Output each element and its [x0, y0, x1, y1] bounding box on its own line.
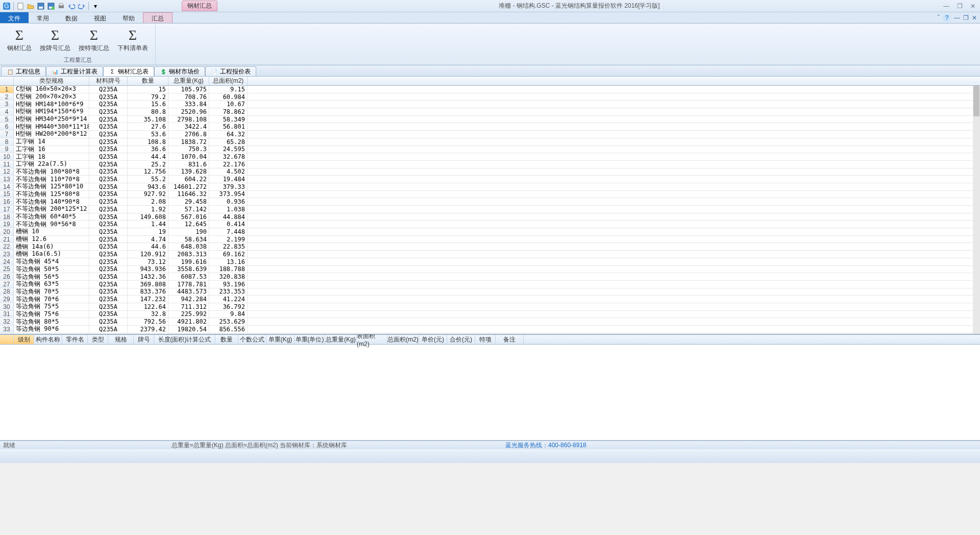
cell-area[interactable]: 56.801 [209, 123, 248, 130]
row-number[interactable]: 6 [0, 123, 14, 130]
cell-spec[interactable]: 等边角钢 56*5 [14, 273, 89, 280]
table-row[interactable]: 15不等边角钢 125*80*8Q235A927.9211646.32373.9… [0, 191, 980, 199]
cell-spec[interactable]: 槽钢 14a(6) [14, 243, 89, 250]
cell-weight[interactable]: 2083.313 [168, 251, 209, 258]
open-icon[interactable] [26, 2, 35, 11]
doctab-calc-table[interactable]: 📊工程量计算表 [46, 66, 103, 76]
table-row[interactable]: 20槽钢 10Q235A191907.448 [0, 228, 980, 236]
cell-spec[interactable]: 槽钢 12.6 [14, 236, 89, 243]
cell-spec[interactable]: H型钢 HM148*100*6*9 [14, 101, 89, 108]
cell-qty[interactable]: 73.12 [128, 258, 168, 265]
row-number[interactable]: 26 [0, 273, 14, 280]
cell-material[interactable]: Q235A [89, 161, 128, 168]
cell-spec[interactable]: H型钢 HM194*150*6*9 [14, 108, 89, 115]
print-icon[interactable] [57, 2, 66, 11]
cell-area[interactable]: 320.838 [209, 273, 248, 280]
cell-material[interactable]: Q235A [89, 281, 128, 288]
row-number[interactable]: 29 [0, 296, 14, 303]
col-weight[interactable]: 总重量(Kg) [168, 77, 209, 85]
table-row[interactable]: 22槽钢 14a(6)Q235A44.6648.03822.835 [0, 243, 980, 251]
cell-area[interactable]: 9.15 [209, 86, 248, 93]
tab-data[interactable]: 数据 [57, 12, 86, 23]
cell-area[interactable]: 233.353 [209, 288, 248, 296]
save-icon[interactable] [36, 2, 45, 11]
cell-spec[interactable]: C型钢 160×50×20×3 [14, 86, 89, 93]
cell-spec[interactable]: 不等边角钢 90*56*8 [14, 221, 89, 228]
cell-material[interactable]: Q235A [89, 243, 128, 250]
col-unit-wt-unit[interactable]: 单重(单位) [295, 335, 325, 344]
row-number[interactable]: 20 [0, 228, 14, 235]
cell-material[interactable]: Q235A [89, 108, 128, 115]
table-row[interactable]: 18不等边角钢 60*40*5Q235A149.608567.01644.884 [0, 213, 980, 221]
cell-material[interactable]: Q235A [89, 311, 128, 318]
cell-spec[interactable]: C型钢 200×70×20×3 [14, 93, 89, 101]
cell-spec[interactable]: 等边角钢 75*5 [14, 303, 89, 310]
cell-weight[interactable]: 57.142 [168, 206, 209, 213]
row-number[interactable]: 27 [0, 281, 14, 288]
cell-weight[interactable]: 199.616 [168, 258, 209, 265]
cell-material[interactable]: Q235A [89, 198, 128, 205]
cell-material[interactable]: Q235A [89, 191, 128, 198]
col-total-wt[interactable]: 总重量(Kg) [325, 335, 357, 344]
row-number[interactable]: 21 [0, 236, 14, 243]
cell-qty[interactable]: 44.4 [128, 153, 168, 160]
cell-weight[interactable]: 1838.72 [168, 138, 209, 145]
cell-qty[interactable]: 927.92 [128, 191, 168, 198]
new-icon[interactable] [16, 2, 25, 11]
row-number[interactable]: 24 [0, 258, 14, 265]
taskbar-item[interactable] [28, 451, 52, 463]
cell-weight[interactable]: 4921.802 [168, 318, 209, 325]
cell-qty[interactable]: 1432.36 [128, 273, 168, 280]
cell-area[interactable]: 373.954 [209, 191, 248, 198]
col-remark[interactable]: 备注 [496, 335, 524, 344]
doctab-project-info[interactable]: 📋工程信息 [1, 66, 46, 76]
cell-spec[interactable]: H型钢 HM340*250*9*14 [14, 116, 89, 123]
cell-weight[interactable]: 12.645 [168, 221, 209, 228]
cell-spec[interactable]: 不等边角钢 200*125*12 [14, 206, 89, 213]
cell-area[interactable]: 44.884 [209, 213, 248, 221]
row-number[interactable]: 11 [0, 161, 14, 168]
table-row[interactable]: 21槽钢 12.6Q235A4.7458.6342.199 [0, 236, 980, 244]
cell-qty[interactable]: 122.64 [128, 303, 168, 310]
cell-material[interactable]: Q235A [89, 86, 128, 93]
cell-material[interactable]: Q235A [89, 138, 128, 145]
tab-help[interactable]: 帮助 [114, 12, 143, 23]
cell-qty[interactable]: 2379.42 [128, 326, 168, 333]
cell-material[interactable]: Q235A [89, 101, 128, 108]
col-surface[interactable]: 表面积(m2) [357, 335, 387, 344]
table-row[interactable]: 16不等边角钢 140*90*8Q235A2.0829.4580.936 [0, 198, 980, 206]
col-unit-price[interactable]: 单价(元) [419, 335, 447, 344]
table-row[interactable]: 23槽钢 16a(6.5)Q235A120.9122083.31369.162 [0, 251, 980, 258]
cell-weight[interactable]: 58.634 [168, 236, 209, 243]
table-row[interactable]: 5H型钢 HM340*250*9*14Q235A35.1082798.10858… [0, 116, 980, 124]
table-row[interactable]: 19不等边角钢 90*56*8Q235A1.4412.6450.414 [0, 221, 980, 228]
row-number[interactable]: 18 [0, 213, 14, 221]
cell-weight[interactable]: 711.312 [168, 303, 209, 310]
cell-material[interactable]: Q235A [89, 183, 128, 190]
cell-material[interactable]: Q235A [89, 168, 128, 176]
saveas-icon[interactable] [46, 2, 56, 11]
table-row[interactable]: 4H型钢 HM194*150*6*9Q235A80.82520.9678.862 [0, 108, 980, 116]
table-row[interactable]: 7H型钢 HW200*200*8*12Q235A53.62706.864.32 [0, 131, 980, 138]
doctab-quote[interactable]: 📄工程报价表 [205, 66, 256, 76]
table-row[interactable]: 13不等边角钢 110*70*8Q235A55.2604.2219.484 [0, 176, 980, 183]
ribbon-minimize-icon[interactable]: ˇ [938, 14, 940, 21]
table-row[interactable]: 11工字钢 22a(7.5)Q235A25.2831.622.176 [0, 161, 980, 168]
table-row[interactable]: 6H型钢 HM440*300*11*18Q235A27.63422.456.80… [0, 123, 980, 131]
cell-material[interactable]: Q235A [89, 206, 128, 213]
cell-qty[interactable]: 79.2 [128, 93, 168, 101]
col-total-price[interactable]: 合价(元) [447, 335, 475, 344]
cell-area[interactable]: 36.792 [209, 303, 248, 310]
cell-area[interactable]: 19.484 [209, 176, 248, 183]
table-row[interactable]: 8工字钢 14Q235A108.81838.7265.28 [0, 138, 980, 146]
doctab-steel-summary[interactable]: Σ钢材汇总表 [103, 66, 154, 76]
row-number[interactable]: 28 [0, 288, 14, 296]
cell-area[interactable]: 0.936 [209, 198, 248, 205]
row-number[interactable]: 19 [0, 221, 14, 228]
cell-qty[interactable]: 120.912 [128, 251, 168, 258]
tab-view[interactable]: 视图 [86, 12, 114, 23]
mdi-close-icon[interactable]: ✕ [972, 14, 977, 21]
cell-weight[interactable]: 105.975 [168, 86, 209, 93]
cell-area[interactable]: 0.414 [209, 221, 248, 228]
cell-spec[interactable]: 槽钢 10 [14, 228, 89, 235]
